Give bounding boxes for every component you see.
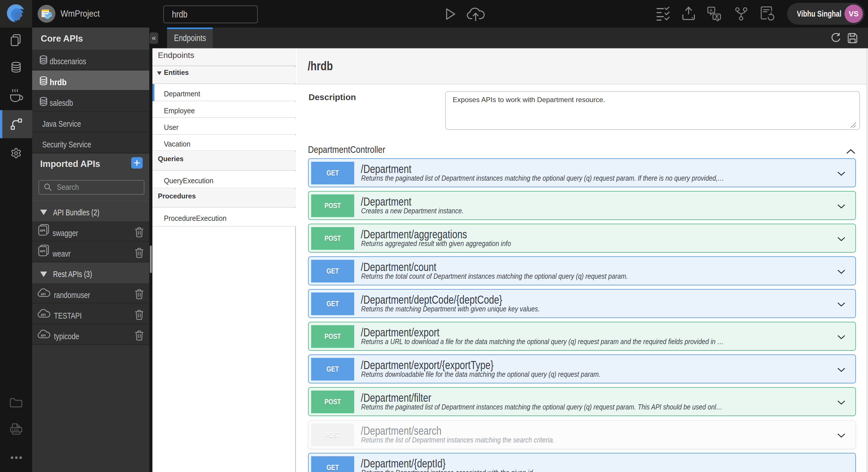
svg-text:API: API — [40, 249, 45, 253]
svg-text:LOG: LOG — [12, 428, 19, 432]
svg-text:API: API — [41, 313, 45, 316]
svg-text:API: API — [41, 334, 45, 337]
svg-text:A: A — [710, 8, 712, 12]
svg-text:API: API — [41, 293, 45, 296]
svg-text:API: API — [40, 229, 45, 232]
